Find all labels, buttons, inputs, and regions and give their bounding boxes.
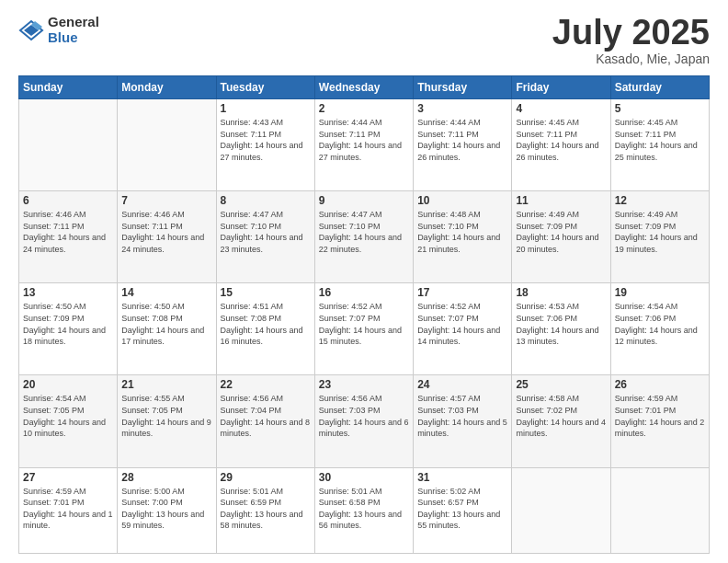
calendar-cell: 6Sunrise: 4:46 AMSunset: 7:11 PMDaylight… [19, 191, 118, 283]
day-info: Sunrise: 4:49 AMSunset: 7:09 PMDaylight:… [516, 209, 606, 255]
day-info: Sunrise: 4:57 AMSunset: 7:03 PMDaylight:… [417, 393, 507, 439]
day-number: 9 [319, 194, 409, 207]
header: General Blue July 2025 Kasado, Mie, Japa… [18, 15, 710, 66]
day-number: 19 [615, 286, 705, 299]
calendar-cell: 26Sunrise: 4:59 AMSunset: 7:01 PMDayligh… [610, 375, 709, 467]
day-info: Sunrise: 4:47 AMSunset: 7:10 PMDaylight:… [221, 209, 311, 255]
day-info: Sunrise: 4:46 AMSunset: 7:11 PMDaylight:… [23, 209, 113, 255]
day-number: 2 [319, 102, 409, 115]
calendar-cell: 29Sunrise: 5:01 AMSunset: 6:59 PMDayligh… [216, 467, 314, 553]
day-number: 11 [516, 194, 606, 207]
day-info: Sunrise: 4:46 AMSunset: 7:11 PMDaylight:… [121, 209, 211, 255]
day-info: Sunrise: 4:43 AMSunset: 7:11 PMDaylight:… [221, 117, 311, 163]
calendar-cell: 21Sunrise: 4:55 AMSunset: 7:05 PMDayligh… [118, 375, 216, 467]
day-number: 7 [121, 194, 211, 207]
day-number: 26 [615, 378, 705, 391]
day-number: 30 [319, 471, 409, 484]
calendar-cell [512, 467, 610, 553]
calendar-table: SundayMondayTuesdayWednesdayThursdayFrid… [18, 75, 710, 554]
day-info: Sunrise: 4:54 AMSunset: 7:05 PMDaylight:… [23, 393, 113, 439]
calendar-cell: 14Sunrise: 4:50 AMSunset: 7:08 PMDayligh… [118, 283, 216, 375]
calendar-cell [118, 99, 216, 191]
day-info: Sunrise: 4:52 AMSunset: 7:07 PMDaylight:… [417, 301, 507, 347]
logo-icon [18, 17, 44, 43]
day-number: 3 [417, 102, 507, 115]
weekday-header-thursday: Thursday [414, 76, 512, 99]
calendar-cell: 18Sunrise: 4:53 AMSunset: 7:06 PMDayligh… [512, 283, 610, 375]
day-number: 8 [221, 194, 311, 207]
day-info: Sunrise: 4:59 AMSunset: 7:01 PMDaylight:… [615, 393, 705, 439]
day-number: 4 [516, 102, 606, 115]
calendar-cell: 12Sunrise: 4:49 AMSunset: 7:09 PMDayligh… [610, 191, 709, 283]
day-info: Sunrise: 4:56 AMSunset: 7:03 PMDaylight:… [319, 393, 409, 439]
calendar-cell: 1Sunrise: 4:43 AMSunset: 7:11 PMDaylight… [216, 99, 314, 191]
calendar-cell [19, 99, 118, 191]
day-number: 10 [417, 194, 507, 207]
day-info: Sunrise: 5:01 AMSunset: 6:59 PMDaylight:… [221, 486, 311, 532]
calendar-cell: 16Sunrise: 4:52 AMSunset: 7:07 PMDayligh… [314, 283, 413, 375]
day-info: Sunrise: 5:02 AMSunset: 6:57 PMDaylight:… [417, 486, 507, 532]
calendar-week-row: 13Sunrise: 4:50 AMSunset: 7:09 PMDayligh… [19, 283, 710, 375]
weekday-header-sunday: Sunday [19, 76, 118, 99]
day-info: Sunrise: 4:56 AMSunset: 7:04 PMDaylight:… [221, 393, 311, 439]
day-info: Sunrise: 5:00 AMSunset: 7:00 PMDaylight:… [121, 486, 211, 532]
calendar-cell: 27Sunrise: 4:59 AMSunset: 7:01 PMDayligh… [19, 467, 118, 553]
page: General Blue July 2025 Kasado, Mie, Japa… [0, 0, 728, 563]
calendar-week-row: 6Sunrise: 4:46 AMSunset: 7:11 PMDaylight… [19, 191, 710, 283]
day-number: 22 [221, 378, 311, 391]
day-info: Sunrise: 4:45 AMSunset: 7:11 PMDaylight:… [615, 117, 705, 163]
location: Kasado, Mie, Japan [552, 52, 710, 66]
month-title: July 2025 [552, 15, 710, 50]
day-info: Sunrise: 4:52 AMSunset: 7:07 PMDaylight:… [319, 301, 409, 347]
calendar-cell [610, 467, 709, 553]
day-number: 27 [23, 471, 113, 484]
day-info: Sunrise: 4:47 AMSunset: 7:10 PMDaylight:… [319, 209, 409, 255]
day-number: 14 [121, 286, 211, 299]
calendar-body: 1Sunrise: 4:43 AMSunset: 7:11 PMDaylight… [19, 99, 710, 554]
day-number: 12 [615, 194, 705, 207]
title-block: July 2025 Kasado, Mie, Japan [552, 15, 710, 66]
calendar-cell: 9Sunrise: 4:47 AMSunset: 7:10 PMDaylight… [314, 191, 413, 283]
day-number: 18 [516, 286, 606, 299]
calendar-cell: 15Sunrise: 4:51 AMSunset: 7:08 PMDayligh… [216, 283, 314, 375]
day-info: Sunrise: 4:59 AMSunset: 7:01 PMDaylight:… [23, 486, 113, 532]
day-number: 15 [221, 286, 311, 299]
day-number: 17 [417, 286, 507, 299]
day-info: Sunrise: 4:53 AMSunset: 7:06 PMDaylight:… [516, 301, 606, 347]
day-number: 21 [121, 378, 211, 391]
day-number: 23 [319, 378, 409, 391]
calendar-cell: 17Sunrise: 4:52 AMSunset: 7:07 PMDayligh… [414, 283, 512, 375]
day-number: 25 [516, 378, 606, 391]
day-info: Sunrise: 4:44 AMSunset: 7:11 PMDaylight:… [319, 117, 409, 163]
weekday-header-friday: Friday [512, 76, 610, 99]
calendar-cell: 13Sunrise: 4:50 AMSunset: 7:09 PMDayligh… [19, 283, 118, 375]
calendar-cell: 28Sunrise: 5:00 AMSunset: 7:00 PMDayligh… [118, 467, 216, 553]
weekday-header-wednesday: Wednesday [314, 76, 413, 99]
calendar-week-row: 20Sunrise: 4:54 AMSunset: 7:05 PMDayligh… [19, 375, 710, 467]
calendar-cell: 2Sunrise: 4:44 AMSunset: 7:11 PMDaylight… [314, 99, 413, 191]
day-number: 24 [417, 378, 507, 391]
calendar-week-row: 27Sunrise: 4:59 AMSunset: 7:01 PMDayligh… [19, 467, 710, 553]
logo-general-text: General [48, 15, 99, 30]
day-info: Sunrise: 4:48 AMSunset: 7:10 PMDaylight:… [417, 209, 507, 255]
logo-text: General Blue [48, 15, 99, 45]
calendar-cell: 8Sunrise: 4:47 AMSunset: 7:10 PMDaylight… [216, 191, 314, 283]
calendar-cell: 20Sunrise: 4:54 AMSunset: 7:05 PMDayligh… [19, 375, 118, 467]
day-number: 20 [23, 378, 113, 391]
day-number: 5 [615, 102, 705, 115]
day-info: Sunrise: 4:58 AMSunset: 7:02 PMDaylight:… [516, 393, 606, 439]
day-number: 13 [23, 286, 113, 299]
calendar-header: SundayMondayTuesdayWednesdayThursdayFrid… [19, 76, 710, 99]
weekday-header-monday: Monday [118, 76, 216, 99]
calendar-cell: 23Sunrise: 4:56 AMSunset: 7:03 PMDayligh… [314, 375, 413, 467]
day-info: Sunrise: 4:44 AMSunset: 7:11 PMDaylight:… [417, 117, 507, 163]
day-info: Sunrise: 4:51 AMSunset: 7:08 PMDaylight:… [221, 301, 311, 347]
weekday-header-saturday: Saturday [610, 76, 709, 99]
day-info: Sunrise: 4:49 AMSunset: 7:09 PMDaylight:… [615, 209, 705, 255]
logo-blue-text: Blue [48, 30, 99, 46]
day-info: Sunrise: 5:01 AMSunset: 6:58 PMDaylight:… [319, 486, 409, 532]
day-number: 1 [221, 102, 311, 115]
day-number: 16 [319, 286, 409, 299]
day-info: Sunrise: 4:55 AMSunset: 7:05 PMDaylight:… [121, 393, 211, 439]
day-number: 28 [121, 471, 211, 484]
